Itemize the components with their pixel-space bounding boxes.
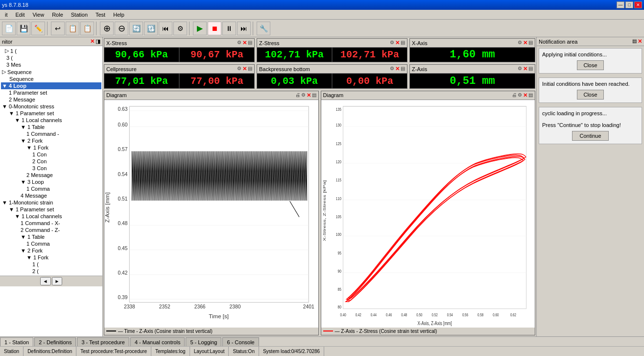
tree-item[interactable]: 3 Mes <box>1 61 101 68</box>
tab-test-procedure[interactable]: 3 - Test procedure <box>77 337 129 346</box>
close-panel-icon[interactable]: ✕ <box>90 38 95 45</box>
minimize-button[interactable]: — <box>617 1 624 8</box>
tree-item-monotonic-stress[interactable]: ▼ 0-Monotonic stress <box>1 103 101 110</box>
tree-item[interactable]: 3 ( <box>1 54 101 61</box>
cellpressure-expand-icon[interactable]: ▤ <box>248 66 252 72</box>
tb-copy[interactable]: 📋 <box>66 22 79 35</box>
tab-console[interactable]: 6 - Console <box>222 337 259 346</box>
tree-item-msg2[interactable]: 2 Message <box>1 96 101 103</box>
tab-station[interactable]: 1 - Station <box>0 337 33 346</box>
tree-item[interactable]: ▼ 1 Parameter set <box>1 110 101 117</box>
tree-item-1open[interactable]: 1 ( <box>1 261 101 268</box>
tree-item[interactable]: ▼ 1 Local channels <box>1 213 101 220</box>
tree-item-sequence[interactable]: Sequence <box>1 76 101 82</box>
cellpressure-close-icon[interactable]: ✕ <box>242 66 247 72</box>
menu-role[interactable]: Role <box>48 11 67 19</box>
xaxis-expand-icon[interactable]: ▤ <box>528 40 533 46</box>
tree-item-com3[interactable]: 3 Con <box>1 165 101 172</box>
tree-item-loop3[interactable]: ▼ 3 Loop <box>1 178 101 185</box>
notif-close-icon[interactable]: ✕ <box>638 38 642 45</box>
tree-item-fork2b[interactable]: ▼ 2 Fork <box>1 247 101 254</box>
menu-station[interactable]: Station <box>67 11 92 19</box>
notif-expand-icon[interactable]: ▤ <box>632 38 637 45</box>
tb-skip[interactable]: ⏭ <box>237 22 251 35</box>
undock-icon[interactable]: ◨ <box>95 38 100 45</box>
notif-card3-continue-btn[interactable]: Continue <box>572 131 608 141</box>
tb-pause[interactable]: ⏸ <box>222 22 236 35</box>
xaxis-close-icon[interactable]: ✕ <box>523 40 527 46</box>
tree-item-fork1[interactable]: ▼ 1 Fork <box>1 144 101 151</box>
tree-item-com2[interactable]: 2 Con <box>1 158 101 165</box>
right-diagram-settings-icon[interactable]: ⚙ <box>518 92 522 99</box>
tb-settings[interactable]: ⚙ <box>173 22 187 35</box>
tree-item-table1b[interactable]: ▼ 1 Table <box>1 233 101 240</box>
xaxis-settings-icon[interactable]: ⚙ <box>518 40 522 46</box>
zstress-close-icon[interactable]: ✕ <box>395 40 400 46</box>
left-diagram-close-icon[interactable]: ✕ <box>307 92 311 99</box>
tb-save[interactable]: 💾 <box>17 22 30 35</box>
right-diagram-print-icon[interactable]: 🖨 <box>512 92 517 99</box>
zstress-expand-icon[interactable]: ▤ <box>401 40 405 46</box>
zstress-settings-icon[interactable]: ⚙ <box>390 40 394 46</box>
tab-manual-controls[interactable]: 4 - Manual controls <box>130 337 185 346</box>
left-diagram-print-icon[interactable]: 🖨 <box>295 92 300 99</box>
notif-card2-close-btn[interactable]: Close <box>577 90 603 100</box>
tb-add[interactable]: ⊕ <box>100 22 114 35</box>
tree-item-sequence-parent[interactable]: ▷ Sequence <box>1 68 101 76</box>
zaxis-expand-icon[interactable]: ▤ <box>528 66 533 72</box>
tree-item-cmd-z[interactable]: 2 Command - Z- <box>1 227 101 233</box>
scroll-right-btn[interactable]: ► <box>52 277 63 285</box>
tb-edit[interactable]: ✏️ <box>31 22 45 35</box>
tb-wrench[interactable]: 🔧 <box>257 22 270 35</box>
tab-logging[interactable]: 5 - Logging <box>186 337 221 346</box>
tree-item-msg2b[interactable]: 2 Message <box>1 172 101 178</box>
maximize-button[interactable]: □ <box>625 1 633 8</box>
right-diagram-expand-icon[interactable]: ▤ <box>528 92 533 99</box>
tree-item-param1[interactable]: 1 Parameter set <box>1 89 101 96</box>
scroll-left-btn[interactable]: ◄ <box>40 277 51 285</box>
left-diagram-settings-icon[interactable]: ⚙ <box>301 92 306 99</box>
zaxis-settings-icon[interactable]: ⚙ <box>518 66 522 72</box>
tb-new[interactable]: 📄 <box>2 22 16 35</box>
zaxis-close-icon[interactable]: ✕ <box>523 66 527 72</box>
tree-item-4loop[interactable]: ▼ 4 Loop <box>1 82 101 89</box>
tree-item-commab[interactable]: 1 Comma <box>1 240 101 247</box>
right-diagram-close-icon[interactable]: ✕ <box>523 92 527 99</box>
notif-card1-close-btn[interactable]: Close <box>577 60 603 70</box>
backpressure-close-icon[interactable]: ✕ <box>395 66 400 72</box>
tb-reset[interactable]: 🔃 <box>144 22 158 35</box>
tb-play[interactable]: ▶ <box>193 22 207 35</box>
tb-undo[interactable]: ↩ <box>51 22 65 35</box>
backpressure-expand-icon[interactable]: ▤ <box>401 66 405 72</box>
tree-item-cmd-x[interactable]: 1 Command - X- <box>1 220 101 227</box>
tb-remove[interactable]: ⊖ <box>115 22 128 35</box>
tree-item-comma[interactable]: 1 Comma <box>1 185 101 192</box>
menu-help[interactable]: Help <box>109 11 128 19</box>
close-window-button[interactable]: ✕ <box>634 1 642 8</box>
tb-paste[interactable]: 📋 <box>80 22 94 35</box>
cellpressure-settings-icon[interactable]: ⚙ <box>237 66 241 72</box>
left-diagram-expand-icon[interactable]: ▤ <box>312 92 316 99</box>
tree-item[interactable]: ▼ 1 Parameter set <box>1 206 101 213</box>
menu-edit[interactable]: Edit <box>12 11 29 19</box>
xstress-settings-icon[interactable]: ⚙ <box>237 40 241 46</box>
backpressure-settings-icon[interactable]: ⚙ <box>390 66 394 72</box>
tb-stop[interactable]: ⏹ <box>208 22 221 35</box>
tree-item-command1[interactable]: 1 Command - <box>1 130 101 137</box>
xstress-expand-icon[interactable]: ▤ <box>248 40 252 46</box>
tree-item-2open[interactable]: 2 ( <box>1 268 101 275</box>
tree-item-msg4[interactable]: 4 Message <box>1 192 101 199</box>
tree-item-fork2[interactable]: ▼ 2 Fork <box>1 137 101 144</box>
tb-stop-small[interactable]: ⏮ <box>159 22 172 35</box>
tb-refresh[interactable]: 🔄 <box>129 22 143 35</box>
tree-item[interactable]: ▼ 1 Table <box>1 124 101 130</box>
tree-item[interactable]: ▷ 1 ( <box>1 47 101 54</box>
menu-test[interactable]: Test <box>92 11 109 19</box>
tree-item-monotonic-strain[interactable]: ▼ 1-Monotonic strain <box>1 199 101 206</box>
menu-view[interactable]: View <box>28 11 48 19</box>
tree-item[interactable]: ▼ 1 Local channels <box>1 117 101 124</box>
tree-item-com1[interactable]: 1 Con <box>1 151 101 158</box>
xstress-close-icon[interactable]: ✕ <box>242 40 247 46</box>
menu-it[interactable]: it <box>1 11 12 19</box>
tab-definitions[interactable]: 2 - Definitions <box>34 337 76 346</box>
